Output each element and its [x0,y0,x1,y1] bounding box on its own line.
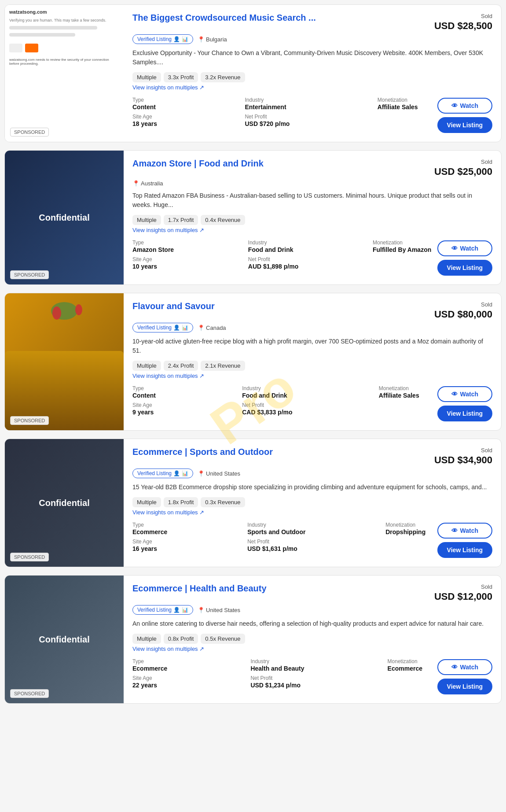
confidential-label: Confidential [39,213,90,223]
listing-meta-row: Verified Listing 👤 📊 📍 United States [132,605,492,615]
multiples-row: Multiple2.4x Profit2.1x Revenue [132,361,492,371]
site-age-value: 22 years [132,682,157,689]
watch-button[interactable]: 👁 Watch [437,523,492,539]
eye-icon: 👁 [451,102,458,109]
multiple-tag: 0.5x Revenue [201,634,245,644]
listing-image-1: watzatsong.com Verifying you are human. … [5,5,124,142]
industry-value: Entertainment [245,103,286,111]
view-listing-button[interactable]: View Listing [437,542,492,558]
sponsored-badge: SPONSORED [10,689,49,698]
listing-status: Sold [434,159,492,165]
industry-value: Health and Beauty [250,665,304,672]
verified-badge: Verified Listing 👤 📊 [132,605,193,615]
multiple-tag: 3.3x Profit [164,72,198,82]
type-label: Type [132,97,231,103]
sponsored-badge: SPONSORED [10,416,49,425]
detail-net-profit: Net Profit USD $1,631 p/mo [247,539,372,553]
verified-label: Verified Listing [137,470,172,476]
listing-card-1: watzatsong.com Verifying you are human. … [4,4,502,142]
site-age-value: 16 years [132,545,157,552]
watch-button[interactable]: 👁 Watch [437,386,492,402]
listing-price: USD $25,000 [434,166,492,177]
multiple-tag: 0.8x Profit [164,634,198,644]
listing-title[interactable]: Ecommerce | Sports and Outdoor [132,447,273,457]
watch-button[interactable]: 👁 Watch [437,98,492,114]
site-age-value: 10 years [132,263,157,270]
listing-meta-row: 📍 Australia [132,180,492,187]
view-listing-button[interactable]: View Listing [437,406,492,421]
location-icon: 📍 [132,180,139,187]
view-listing-button[interactable]: View Listing [437,260,492,276]
watch-button[interactable]: 👁 Watch [437,659,492,675]
view-insights-link[interactable]: View insights on multiples ↗ [132,84,492,91]
eye-icon: 👁 [451,245,458,252]
chart-icon: 📊 [182,325,188,331]
multiple-tag: Multiple [132,634,161,644]
listing-image-2: Confidential SPONSORED [5,151,124,284]
listing-price: USD $28,500 [434,20,492,32]
listing-header: Flavour and Savour Sold USD $80,000 [132,301,492,320]
multiples-row: Multiple1.7x Profit0.4x Revenue [132,215,492,225]
detail-type: Type Ecommerce [132,658,237,672]
detail-industry: Industry Health and Beauty [250,658,374,672]
view-insights-link[interactable]: View insights on multiples ↗ [132,373,492,379]
person-icon: 👤 [173,36,180,42]
detail-industry: Industry Entertainment [245,97,364,111]
monetization-value: Dropshipping [385,528,425,535]
multiple-tag: 1.7x Profit [164,215,198,225]
industry-label: Industry [242,385,366,391]
listing-actions: 👁 Watch View Listing [437,386,492,421]
detail-industry: Industry Food and Drink [248,240,359,254]
detail-type: Type Amazon Store [132,240,235,254]
listing-description: An online store catering to diverse hair… [132,619,492,628]
sponsored-badge: SPONSORED [10,270,49,279]
view-insights-link[interactable]: View insights on multiples ↗ [132,646,492,652]
listing-card-5: Confidential SPONSORED Ecommerce | Healt… [4,575,502,704]
verified-label: Verified Listing [137,607,172,613]
type-value: Ecommerce [132,665,167,672]
listing-description: 10-year-old active gluten-free recipe bl… [132,337,492,355]
listing-content-2: Amazon Store | Food and Drink Sold USD $… [124,151,501,284]
verified-badge: Verified Listing 👤 📊 [132,469,193,478]
view-listing-button[interactable]: View Listing [437,679,492,694]
location-icon: 📍 [198,607,205,613]
chart-icon: 📊 [182,607,188,613]
listing-content-5: Ecommerce | Health and Beauty Sold USD $… [124,576,501,703]
detail-industry: Industry Sports and Outdoor [247,522,372,536]
view-insights-link[interactable]: View insights on multiples ↗ [132,227,492,233]
listing-content-1: The Biggest Crowdsourced Music Search ..… [124,5,501,142]
listing-title[interactable]: The Biggest Crowdsourced Music Search ..… [132,13,316,23]
multiples-row: Multiple0.8x Profit0.5x Revenue [132,634,492,644]
listing-content-4: Ecommerce | Sports and Outdoor Sold USD … [124,439,501,567]
industry-label: Industry [250,658,374,664]
monetization-value: Ecommerce [388,665,422,672]
listing-content-3: Flavour and Savour Sold USD $80,000 Veri… [124,293,501,430]
view-listing-button[interactable]: View Listing [437,117,492,133]
listing-title[interactable]: Amazon Store | Food and Drink [132,159,264,169]
person-icon: 👤 [173,325,180,331]
industry-label: Industry [247,522,372,528]
verified-badge: Verified Listing 👤 📊 [132,323,193,332]
listing-status: Sold [434,447,492,454]
confidential-label: Confidential [39,635,90,645]
net-profit-value: CAD $3,833 p/mo [242,409,292,416]
net-profit-value: USD $1,234 p/mo [250,682,301,689]
net-profit-value: USD $720 p/mo [245,120,290,127]
net-profit-label: Net Profit [242,402,366,408]
listing-actions: 👁 Watch View Listing [437,240,492,276]
detail-site-age: Site Age 16 years [132,539,234,553]
detail-site-age: Site Age 9 years [132,402,229,416]
multiple-tag: 2.1x Revenue [201,361,245,371]
detail-net-profit: Net Profit CAD $3,833 p/mo [242,402,366,416]
listing-description: Exclusive Opportunity - Your Chance to O… [132,48,492,67]
detail-site-age: Site Age 10 years [132,256,235,270]
multiple-tag: 1.8x Profit [164,497,198,507]
watch-button[interactable]: 👁 Watch [437,240,492,256]
view-insights-link[interactable]: View insights on multiples ↗ [132,509,492,516]
net-profit-label: Net Profit [250,675,374,681]
listing-status-price: Sold USD $12,000 [434,583,492,602]
listing-title[interactable]: Ecommerce | Health and Beauty [132,583,267,594]
listing-description: Top Rated Amazon FBA Business - Australi… [132,191,492,210]
multiple-tag: Multiple [132,361,161,371]
listing-title[interactable]: Flavour and Savour [132,301,215,311]
